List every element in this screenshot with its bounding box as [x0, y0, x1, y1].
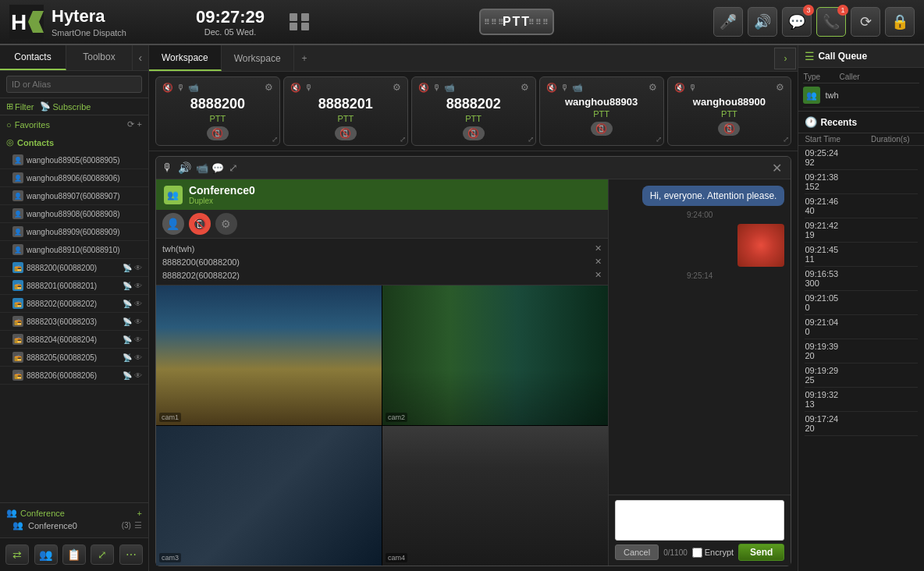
remove-member-button[interactable]: ✕	[595, 257, 602, 267]
eye-icon[interactable]: 👁	[134, 353, 142, 362]
channel-settings-icon[interactable]: ⚙	[649, 82, 657, 93]
filter-action[interactable]: ⊞ Filter	[6, 101, 34, 112]
remove-member-button[interactable]: ✕	[595, 270, 602, 280]
chat-button[interactable]: 💬 3	[782, 7, 812, 37]
channel-settings-icon[interactable]: ⚙	[776, 82, 784, 93]
broadcast-icon[interactable]: 📡	[123, 353, 132, 362]
broadcast-icon[interactable]: 📡	[123, 335, 132, 344]
channel-settings-icon[interactable]: ⚙	[521, 82, 529, 93]
encrypt-checkbox[interactable]	[692, 548, 702, 558]
add-favorite-icon[interactable]: +	[137, 119, 142, 129]
remove-member-button[interactable]: ✕	[595, 243, 602, 254]
conference-settings-button[interactable]: ⚙	[215, 213, 237, 235]
table-row[interactable]: 09:21:04 0	[805, 315, 918, 339]
list-item[interactable]: 👤 wanghou88909(60088909)	[0, 223, 148, 241]
channel-hangup-button[interactable]: 📵	[591, 122, 613, 136]
eye-icon[interactable]: 👁	[134, 335, 142, 344]
conference-close-button[interactable]: ✕	[769, 160, 784, 176]
sidebar-btn-1[interactable]: ⇄	[5, 544, 29, 565]
table-row[interactable]: 09:16:53 300	[805, 267, 918, 291]
toolbox-tab[interactable]: Toolbox	[66, 45, 133, 70]
conference-expand-button[interactable]: ⤢	[229, 161, 238, 174]
table-row[interactable]: 09:21:05 0	[805, 291, 918, 315]
channel-expand-icon[interactable]: ⤢	[400, 135, 406, 144]
eye-icon[interactable]: 👁	[134, 300, 142, 308]
conference-section-header[interactable]: 👥 Conference +	[6, 508, 142, 518]
eye-icon[interactable]: 👁	[134, 282, 142, 290]
broadcast-icon[interactable]: 📡	[123, 317, 132, 326]
mic-button[interactable]: 🎤	[713, 7, 743, 37]
table-row[interactable]: 09:25:24 92	[805, 146, 918, 170]
add-tab-button[interactable]: +	[294, 45, 315, 71]
broadcast-icon[interactable]: 📡	[123, 300, 132, 308]
list-item[interactable]: 📻 8888205(60088205) 📡 👁	[0, 349, 148, 367]
table-row[interactable]: 09:21:45 11	[805, 243, 918, 267]
channel-hangup-button[interactable]: 📵	[718, 122, 740, 136]
favorites-section-header[interactable]: ○ Favorites ⟳ +	[0, 115, 148, 133]
channel-expand-icon[interactable]: ⤢	[272, 135, 278, 144]
list-item[interactable]: 👤 wanghou88907(60088907)	[0, 187, 148, 205]
list-item[interactable]: 👥 Conference0 (3) ☰	[6, 518, 142, 533]
eye-icon[interactable]: 👁	[134, 317, 142, 326]
eye-icon[interactable]: 👁	[134, 264, 142, 272]
sidebar-btn-2[interactable]: 👥	[34, 544, 58, 565]
encrypt-checkbox-area[interactable]: Encrypt	[692, 548, 734, 558]
channel-hangup-button[interactable]: 📵	[463, 126, 485, 140]
table-row[interactable]: 09:19:32 13	[805, 388, 918, 412]
list-item[interactable]: 📻 8888203(60088203) 📡 👁	[0, 313, 148, 331]
channel-hangup-button[interactable]: 📵	[335, 126, 357, 140]
list-item[interactable]: 📻 8888206(60088206) 📡 👁	[0, 367, 148, 385]
ptt-button[interactable]: PTT	[479, 9, 554, 35]
contacts-tab[interactable]: Contacts	[0, 45, 66, 70]
table-row[interactable]: 09:19:39 20	[805, 339, 918, 364]
contacts-section-header[interactable]: ◎ Contacts	[0, 133, 148, 151]
broadcast-icon[interactable]: 📡	[123, 264, 132, 272]
table-row[interactable]: 09:19:29 25	[805, 364, 918, 388]
sidebar-collapse-btn[interactable]: ‹	[133, 45, 148, 70]
table-row[interactable]: 09:17:24 20	[805, 412, 918, 436]
speaker-button[interactable]: 🔊	[748, 7, 777, 37]
add-member-button[interactable]: 👤	[162, 213, 184, 235]
eye-icon[interactable]: 👁	[134, 371, 142, 380]
workspace-tab-1[interactable]: Workspace	[149, 45, 222, 71]
list-item[interactable]: 👤 wanghou88906(60088906)	[0, 169, 148, 187]
cancel-button[interactable]: Cancel	[615, 544, 659, 560]
list-item[interactable]: 👤 wanghou88910(60088910)	[0, 241, 148, 259]
sidebar-btn-4[interactable]: ⤢	[91, 544, 114, 565]
channel-expand-icon[interactable]: ⤢	[528, 135, 534, 144]
history-button[interactable]: ⟳	[851, 7, 880, 37]
sidebar-btn-3[interactable]: 📋	[62, 544, 86, 565]
send-button[interactable]: Send	[738, 544, 784, 561]
workspace-tab-2[interactable]: Workspace	[222, 45, 294, 71]
lock-button[interactable]: 🔒	[885, 7, 915, 37]
table-row[interactable]: 09:21:46 40	[805, 194, 918, 218]
phone-button[interactable]: 📞 1	[816, 7, 846, 37]
table-row[interactable]: 09:21:42 19	[805, 218, 918, 243]
channel-expand-icon[interactable]: ⤢	[783, 135, 789, 144]
channel-expand-icon[interactable]: ⤢	[656, 135, 662, 144]
conference-hangup-button[interactable]: 📵	[189, 213, 211, 235]
sidebar-btn-5[interactable]: ⋯	[119, 544, 143, 565]
mic-icon: 🎙	[560, 83, 569, 93]
list-item[interactable]: 📻 8888202(60088202) 📡 👁	[0, 295, 148, 313]
broadcast-icon[interactable]: 📡	[123, 282, 132, 290]
list-item[interactable]: 📻 8888200(60088200) 📡 👁	[0, 259, 148, 277]
channel-settings-icon[interactable]: ⚙	[393, 82, 401, 93]
search-input[interactable]	[6, 76, 142, 93]
conference-menu-icon[interactable]: ☰	[134, 520, 142, 530]
list-item[interactable]: 📻 8888201(60088201) 📡 👁	[0, 277, 148, 295]
table-row[interactable]: 09:21:38 152	[805, 170, 918, 194]
broadcast-icon[interactable]: 📡	[123, 371, 132, 380]
list-item[interactable]: 👤 wanghou88905(60088905)	[0, 151, 148, 169]
add-conference-button[interactable]: +	[137, 509, 142, 518]
list-item[interactable]: 📻 8888204(60088204) 📡 👁	[0, 331, 148, 349]
list-item[interactable]: 👤 wanghou88908(60088908)	[0, 205, 148, 223]
chat-text-input[interactable]	[615, 500, 784, 541]
channel-settings-icon[interactable]: ⚙	[265, 82, 273, 93]
subscribe-action[interactable]: 📡 Subscribe	[40, 101, 91, 112]
grid-button[interactable]	[290, 13, 311, 30]
tab-nav-right-button[interactable]: ›	[774, 48, 796, 69]
channel-hangup-button[interactable]: 📵	[207, 126, 229, 140]
refresh-icon[interactable]: ⟳	[127, 119, 134, 129]
table-row[interactable]: 👥 twh	[803, 83, 919, 108]
